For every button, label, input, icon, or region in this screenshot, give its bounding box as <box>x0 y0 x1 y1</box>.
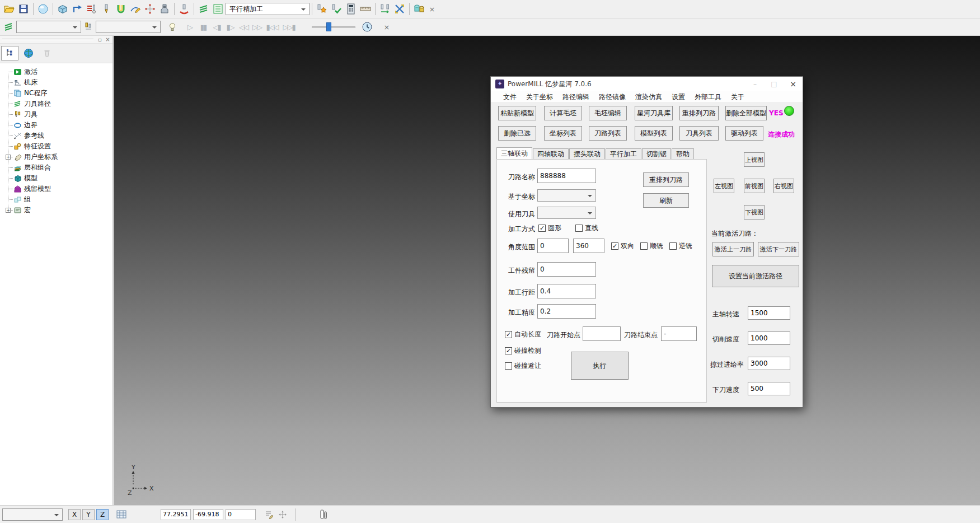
refresh-button[interactable]: 刷新 <box>643 193 689 208</box>
menu-external-tools[interactable]: 外部工具 <box>695 92 721 102</box>
start-point-input[interactable] <box>583 326 621 341</box>
toolpath-select-dropdown[interactable] <box>16 21 81 33</box>
execute-button[interactable]: 执行 <box>571 352 629 380</box>
stock-remain-input[interactable] <box>537 262 596 277</box>
checkbox-box[interactable] <box>575 225 583 232</box>
tab-swivel[interactable]: 摆头联动 <box>569 148 605 159</box>
clock-icon[interactable] <box>360 20 374 34</box>
conventional-checkbox[interactable]: 逆铣 <box>669 241 692 251</box>
view-right-button[interactable]: 右视图 <box>773 179 794 193</box>
simulate-toolpath-icon[interactable] <box>177 2 191 16</box>
cursor-axes-icon[interactable] <box>276 508 289 521</box>
tree-item-machine[interactable]: 机床 <box>4 77 112 88</box>
angle-from-input[interactable] <box>537 239 569 253</box>
exchange-cross-icon[interactable] <box>392 2 407 16</box>
checkbox-box[interactable] <box>669 242 677 250</box>
tree-item-workplanes[interactable]: +用户坐标系 <box>4 152 112 162</box>
strategy-dropdown[interactable]: 平行精加工 <box>226 3 310 15</box>
checkbox-box[interactable] <box>505 331 512 338</box>
rearrange-button[interactable]: 重排列刀路 <box>643 172 689 187</box>
toolpath-list-button[interactable]: 刀路列表 <box>589 126 627 141</box>
view-left-button[interactable]: 左视图 <box>714 179 734 193</box>
open-file-icon[interactable] <box>2 2 16 16</box>
toolpath-verify-icon[interactable] <box>329 2 344 16</box>
skip-end-icon[interactable]: ▷▷▮ <box>280 23 297 31</box>
rearrange-toolpath-button[interactable]: 重排列刀路 <box>679 106 719 120</box>
tree-item-tools[interactable]: 刀具 <box>4 109 112 120</box>
checkbox-box[interactable] <box>505 347 512 354</box>
toolpath-name-input[interactable] <box>537 169 596 183</box>
tab-recycle-bin[interactable] <box>38 46 55 60</box>
coords-list-icon[interactable] <box>262 508 276 521</box>
menu-render-sim[interactable]: 渲染仿真 <box>635 92 662 102</box>
view-top-button[interactable]: 上视图 <box>744 152 765 167</box>
close-panel-icon[interactable]: × <box>104 36 111 43</box>
calculator-icon[interactable] <box>344 2 358 16</box>
view-bottom-button[interactable]: 下视图 <box>744 205 765 220</box>
tool-list-button[interactable]: 刀具列表 <box>679 126 719 141</box>
cursor-z-field[interactable] <box>226 509 256 520</box>
checkbox-box[interactable] <box>505 362 512 370</box>
lightbulb-icon[interactable] <box>165 20 180 34</box>
shaded-sphere-icon[interactable] <box>36 2 50 16</box>
tree-item-groups[interactable]: 组 <box>4 194 112 205</box>
cursor-y-field[interactable] <box>193 509 223 520</box>
cutting-feed-input[interactable] <box>748 331 790 345</box>
axis-z-button[interactable]: Z <box>96 509 109 520</box>
tab-saw[interactable]: 切割锯 <box>642 148 671 159</box>
paste-model-button[interactable]: 粘贴新模型 <box>498 106 536 120</box>
tool-transfer-icon[interactable] <box>378 2 392 16</box>
plunge-feed-input[interactable] <box>748 382 790 395</box>
activate-next-button[interactable]: 激活下一刀路 <box>758 242 799 256</box>
collision-check-icon[interactable] <box>114 2 128 16</box>
calc-stock-button[interactable]: 计算毛坯 <box>544 106 582 120</box>
climb-checkbox[interactable]: 顺铣 <box>640 241 663 251</box>
collision-check-checkbox[interactable]: 碰撞检测 <box>505 346 541 356</box>
tree-item-feature-sets[interactable]: 特征设置 <box>4 141 112 152</box>
delete-all-models-button[interactable]: 删除全部模型 <box>725 106 767 120</box>
tree-item-models[interactable]: 模型 <box>4 173 112 184</box>
toolpath-spring-icon[interactable] <box>196 2 211 16</box>
use-tool-dropdown[interactable] <box>537 207 596 219</box>
playback-close-icon[interactable]: × <box>381 23 392 31</box>
angle-to-input[interactable] <box>573 239 604 253</box>
create-pattern-icon[interactable] <box>143 2 157 16</box>
axis-x-button[interactable]: X <box>68 509 81 520</box>
view-front-button[interactable]: 前视图 <box>744 179 765 193</box>
close-button[interactable]: × <box>784 77 803 91</box>
drive-list-button[interactable]: 驱动列表 <box>725 126 763 141</box>
checkbox-box[interactable] <box>611 242 618 250</box>
step-forward-icon[interactable]: ▮▷ <box>223 23 237 31</box>
menu-file[interactable]: 文件 <box>503 92 517 102</box>
minimize-button[interactable]: – <box>745 77 765 91</box>
method-line-checkbox[interactable]: 直线 <box>575 223 598 233</box>
edit-stock-button[interactable]: 毛坯编辑 <box>589 106 627 120</box>
menu-path-edit[interactable]: 路径编辑 <box>562 92 589 102</box>
rewind-icon[interactable]: ◁◁ <box>237 23 250 31</box>
base-coord-dropdown[interactable] <box>537 189 596 202</box>
speed-slider[interactable] <box>312 22 355 32</box>
model-block-icon[interactable] <box>55 2 70 16</box>
panel-layout-icon[interactable] <box>317 508 330 521</box>
cursor-x-field[interactable] <box>161 509 191 520</box>
tool-select-dropdown[interactable] <box>96 21 161 33</box>
stock-cylinders-icon[interactable] <box>412 2 426 16</box>
end-point-input[interactable] <box>661 326 697 341</box>
tab-preview-globe[interactable] <box>20 46 37 60</box>
auto-length-checkbox[interactable]: 自动长度 <box>505 330 541 339</box>
tree-item-macros[interactable]: +宏 <box>4 205 112 216</box>
toolbar-close-icon[interactable]: × <box>426 5 438 13</box>
axis-y-button[interactable]: Y <box>82 509 95 520</box>
menu-coords[interactable]: 关于坐标 <box>526 92 553 102</box>
tree-item-levels-sets[interactable]: 层和组合 <box>4 162 112 173</box>
nc-program-icon[interactable] <box>85 2 99 16</box>
tab-explorer-tree[interactable] <box>1 46 18 60</box>
tree-item-boundaries[interactable]: 边界 <box>4 120 112 130</box>
tree-item-activate[interactable]: 激活 <box>4 67 112 77</box>
coord-list-button[interactable]: 坐标列表 <box>544 126 582 141</box>
menu-about[interactable]: 关于 <box>731 92 744 102</box>
slider-handle[interactable] <box>326 22 331 31</box>
fast-forward-icon[interactable]: ▷▷ <box>250 23 264 31</box>
tab-parallel[interactable]: 平行加工 <box>606 148 641 159</box>
tab-help[interactable]: 帮助 <box>672 148 694 159</box>
